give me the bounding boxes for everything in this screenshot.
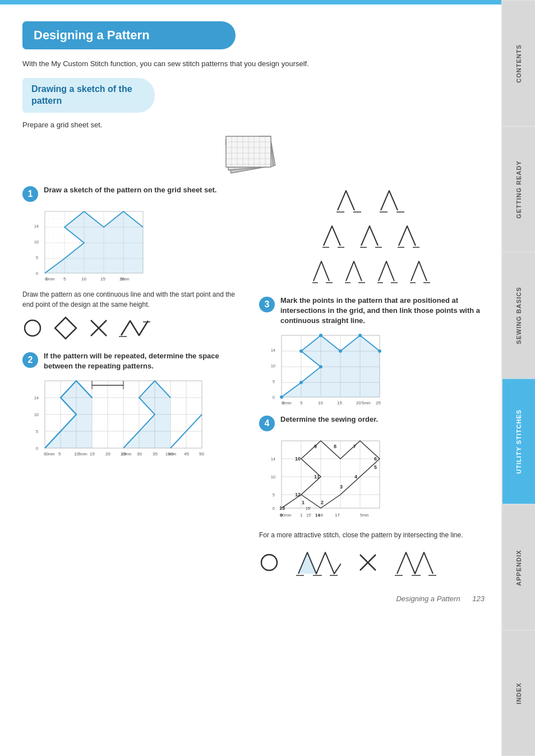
stitch-pattern-3b bbox=[343, 256, 368, 287]
stitch-pattern-1b bbox=[375, 185, 412, 216]
step2-chart-svg: 0 5 10 15 20 25 30 35 40 45 50 0 5 10 bbox=[34, 378, 207, 457]
step-1-circle: 1 bbox=[22, 186, 38, 202]
section-heading: Drawing a sketch of the pattern bbox=[31, 84, 132, 107]
svg-text:30: 30 bbox=[137, 451, 142, 457]
grid-sheets-icon bbox=[223, 136, 284, 175]
section-heading-box: Drawing a sketch of the pattern bbox=[22, 78, 155, 113]
stitch-pattern-3d bbox=[408, 256, 433, 287]
stitch-pattern-2c bbox=[394, 220, 425, 251]
svg-text:5mm: 5mm bbox=[121, 277, 130, 281]
svg-text:5: 5 bbox=[273, 380, 275, 384]
svg-text:10: 10 bbox=[271, 364, 275, 368]
bottom-examples bbox=[259, 547, 485, 578]
svg-text:11: 11 bbox=[314, 474, 320, 480]
svg-text:0: 0 bbox=[280, 513, 283, 518]
main-content: Designing a Pattern With the My Custom S… bbox=[0, 0, 501, 756]
svg-text:45: 45 bbox=[184, 451, 189, 457]
bottom-bad-x bbox=[358, 552, 378, 573]
right-sidebar: CONTENTS GETTING READY SEWING BASICS UTI… bbox=[501, 0, 535, 756]
step1-body-text: Draw the pattern as one continuous line … bbox=[22, 289, 248, 310]
sidebar-tab-getting-ready[interactable]: GETTING READY bbox=[502, 126, 535, 252]
svg-text:10: 10 bbox=[34, 240, 39, 244]
svg-text:0: 0 bbox=[36, 446, 38, 450]
bad-arrow-icon bbox=[119, 315, 150, 341]
svg-text:8: 8 bbox=[334, 444, 336, 449]
svg-text:5: 5 bbox=[374, 464, 377, 470]
svg-text:4: 4 bbox=[354, 474, 357, 480]
prepare-text: Prepare a grid sheet set. bbox=[22, 121, 485, 129]
page-title: Designing a Pattern bbox=[34, 28, 224, 43]
svg-text:5: 5 bbox=[300, 400, 303, 405]
sidebar-tab-index[interactable]: INDEX bbox=[502, 630, 535, 756]
svg-text:14: 14 bbox=[34, 224, 39, 228]
svg-text:10mm: 10mm bbox=[121, 452, 132, 456]
svg-text:10: 10 bbox=[318, 400, 323, 405]
svg-text:5mm: 5mm bbox=[362, 401, 371, 405]
svg-text:15: 15 bbox=[90, 451, 95, 457]
svg-text:20: 20 bbox=[105, 451, 110, 457]
bad-x-icon bbox=[89, 318, 109, 338]
ok-diamond-icon bbox=[53, 315, 79, 341]
step4-chart-svg: 0 1 15' 16 17 0 5 10 14 0mm 5mm bbox=[270, 438, 388, 522]
svg-text:0: 0 bbox=[273, 395, 275, 399]
bottom-bad-stitch bbox=[395, 547, 440, 578]
svg-text:5: 5 bbox=[273, 493, 275, 497]
svg-text:35: 35 bbox=[153, 451, 158, 457]
svg-text:0mm: 0mm bbox=[283, 401, 292, 405]
svg-text:5: 5 bbox=[58, 451, 61, 457]
step-3-item: 3 Mark the points in the pattern that ar… bbox=[259, 296, 485, 326]
svg-text:0mm: 0mm bbox=[283, 513, 292, 517]
intro-text: With the My Custom Stitch function, you … bbox=[22, 59, 485, 68]
sidebar-tab-sewing-basics[interactable]: SEWING BASICS bbox=[502, 252, 535, 378]
svg-text:14: 14 bbox=[315, 513, 320, 518]
stitch-row-1 bbox=[332, 185, 412, 216]
page-wrapper: Designing a Pattern With the My Custom S… bbox=[0, 0, 535, 756]
svg-text:20: 20 bbox=[356, 400, 361, 405]
step1-chart: 0 5 10 15 20 0 5 10 14 0mm 5mm bbox=[34, 209, 248, 284]
svg-text:6: 6 bbox=[374, 456, 377, 462]
footer-area: Designing a Pattern 123 bbox=[22, 594, 485, 603]
grid-icon-area bbox=[22, 136, 485, 175]
svg-text:15': 15' bbox=[306, 513, 311, 517]
svg-text:1: 1 bbox=[300, 513, 303, 518]
svg-text:2: 2 bbox=[321, 500, 324, 505]
sidebar-tab-utility-stitches[interactable]: UTILITY STITCHES bbox=[502, 378, 535, 504]
svg-text:14: 14 bbox=[271, 348, 275, 352]
step4-body-text: For a more attractive stitch, close the … bbox=[259, 530, 485, 540]
stitch-row-2 bbox=[319, 220, 425, 251]
svg-text:5: 5 bbox=[63, 276, 66, 282]
svg-text:15: 15 bbox=[100, 276, 105, 282]
step3-chart: 0 5 10 15 20 25 0 5 10 14 0mm 5mm bbox=[270, 333, 485, 408]
ok-circle-icon bbox=[22, 318, 43, 338]
svg-text:12: 12 bbox=[295, 492, 301, 497]
svg-text:0: 0 bbox=[273, 506, 275, 510]
svg-text:5: 5 bbox=[36, 430, 38, 434]
svg-text:10: 10 bbox=[271, 475, 275, 479]
svg-text:10: 10 bbox=[34, 413, 39, 417]
svg-text:15': 15' bbox=[306, 506, 311, 510]
svg-marker-71 bbox=[55, 317, 76, 339]
step-3-text: Mark the points in the pattern that are … bbox=[280, 296, 485, 326]
col-right: 3 Mark the points in the pattern that ar… bbox=[259, 185, 485, 578]
step-2-circle: 2 bbox=[22, 352, 38, 368]
sidebar-tab-contents[interactable]: CONTENTS bbox=[502, 0, 535, 126]
svg-text:25: 25 bbox=[376, 400, 381, 405]
sidebar-tab-appendix[interactable]: APPENDIX bbox=[502, 504, 535, 630]
svg-text:10: 10 bbox=[81, 276, 86, 282]
step-2-item: 2 If the pattern will be repeated, deter… bbox=[22, 351, 248, 371]
step-2-text: If the pattern will be repeated, determi… bbox=[44, 351, 248, 371]
footer-page: 123 bbox=[472, 594, 485, 603]
svg-text:14: 14 bbox=[271, 457, 275, 461]
svg-text:3: 3 bbox=[340, 484, 343, 490]
svg-text:50: 50 bbox=[199, 451, 204, 457]
svg-text:1: 1 bbox=[302, 500, 305, 505]
svg-text:7: 7 bbox=[353, 444, 356, 449]
svg-text:9: 9 bbox=[314, 444, 317, 449]
step-1-text: Draw a sketch of the pattern on the grid… bbox=[44, 185, 216, 195]
step-4-circle: 4 bbox=[259, 416, 275, 431]
top-stripe bbox=[0, 0, 535, 4]
step-1-item: 1 Draw a sketch of the pattern on the gr… bbox=[22, 185, 248, 202]
step-4-item: 4 Determine the sewing order. bbox=[259, 414, 485, 431]
svg-point-211 bbox=[261, 555, 277, 570]
svg-text:0mm: 0mm bbox=[46, 452, 55, 456]
